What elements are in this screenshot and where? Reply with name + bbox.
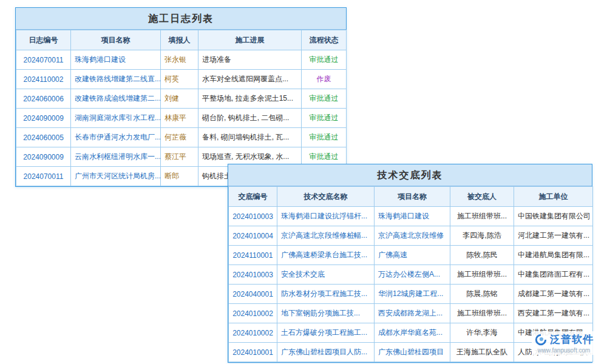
disclosed-person-text: 施工班组带班... (450, 265, 514, 285)
reporter-name: 何芷薇 (161, 128, 198, 147)
disclosed-person-text: 李四海,陈浩 (450, 226, 514, 246)
log-id-link[interactable]: 2024070011 (16, 50, 71, 70)
disclosure-id-link[interactable]: 2024010003 (229, 265, 277, 285)
disclosure-id-link[interactable]: 2024110001 (229, 246, 277, 265)
project-name-link[interactable]: 云南水利枢纽潜明水库一... (71, 147, 161, 167)
progress-text: 进场准备 (198, 50, 302, 70)
reporter-name: 林康平 (161, 109, 198, 128)
construction-log-panel: 施工日志列表 日志编号 项目名称 填报人 施工进展 流程状态 202407001… (15, 7, 347, 187)
col-disclosure-name: 技术交底名称 (277, 187, 375, 207)
table-row: 2024010003珠海鹤港口建设抗浮锚杆...珠海鹤港口建设施工班组带班...… (229, 207, 593, 226)
watermark-brand-row: 泛普软件 (534, 332, 594, 346)
fanpu-logo-icon (534, 333, 548, 346)
table-row: 2024010004京沪高速北京段维修桩幅...京沪高速北京段维修李四海,陈浩河… (229, 226, 593, 246)
project-name-link[interactable]: 广东佛山碧桂园项目 (375, 343, 450, 362)
log-table-header-row: 日志编号 项目名称 填报人 施工进展 流程状态 (16, 30, 347, 50)
construction-unit-text: 河北建工第一建筑有... (514, 226, 593, 246)
construction-unit-text: 西安建工第一建筑有... (514, 304, 593, 323)
disclosure-id-link[interactable]: 2024010003 (229, 207, 277, 226)
disclosed-person-text: 施工班组带班... (450, 304, 514, 323)
project-name-link[interactable]: 广州市天河区统计局机房... (71, 167, 161, 186)
watermark: 泛普软件 www.fanpusoft.com (532, 331, 596, 355)
construction-unit-text: 中国铁建集团有限公司 (514, 207, 593, 226)
reporter-name: 柯英 (161, 70, 198, 89)
brand-name: 泛普软件 (550, 332, 594, 346)
table-row: 2024010003安全技术交底万达办公楼左侧A...施工班组带班...中建集团… (229, 265, 593, 285)
col-construction-unit: 施工单位 (514, 187, 593, 207)
disclosure-name-link[interactable]: 广佛高速桥梁承台施工技... (277, 246, 375, 265)
disclosure-name-link[interactable]: 防水卷材分项工程施工技... (277, 285, 375, 304)
table-row: 2024060006改建铁路成渝线增建第二...刘健平整场地, 拉走多余泥土15… (16, 89, 347, 109)
disclosure-name-link[interactable]: 珠海鹤港口建设抗浮锚杆... (277, 207, 375, 226)
progress-text: 水车对全线遮阳网覆盖点... (198, 70, 302, 89)
reporter-name: 断郎 (161, 167, 198, 186)
log-table-title: 施工日志列表 (16, 8, 346, 30)
reporter-name: 刘健 (161, 89, 198, 109)
disclosure-id-link[interactable]: 2024010004 (229, 226, 277, 246)
disclosure-id-link[interactable]: 2024010001 (229, 343, 277, 362)
disclosed-person-text: 陈牧,陈民 (450, 246, 514, 265)
log-id-link[interactable]: 2024090009 (16, 147, 71, 167)
disclosure-id-link[interactable]: 2024010002 (229, 304, 277, 323)
project-name-link[interactable]: 湖南洞庭湖水库引水工程... (71, 109, 161, 128)
table-row: 2024090009湖南洞庭湖水库引水工程...林康平砌台阶, 钩机排土, 二包… (16, 109, 347, 128)
disclosure-id-link[interactable]: 2024040001 (229, 285, 277, 304)
status-badge: 审批通过 (302, 50, 347, 70)
watermark-url: www.fanpusoft.com (534, 347, 594, 354)
table-row: 2024060005长春市伊通河水力发电厂...何芷薇备料, 砌间墙钩机排土, … (16, 128, 347, 147)
project-name-link[interactable]: 改建铁路线增建第二线直... (71, 70, 161, 89)
col-progress: 施工进展 (198, 30, 302, 50)
col-reporter: 填报人 (161, 30, 198, 50)
disclosure-name-link[interactable]: 安全技术交底 (277, 265, 375, 285)
disclosure-name-link[interactable]: 地下室钢筋分项施工技... (277, 304, 375, 323)
col-status: 流程状态 (302, 30, 347, 50)
col-log-id: 日志编号 (16, 30, 71, 50)
log-id-link[interactable]: 2024110002 (16, 70, 71, 89)
project-name-link[interactable]: 珠海鹤港口建设 (375, 207, 450, 226)
col-disclosed-person: 被交底人 (450, 187, 514, 207)
project-name-link[interactable]: 长春市伊通河水力发电厂... (71, 128, 161, 147)
reporter-name: 蔡江平 (161, 147, 198, 167)
log-id-link[interactable]: 2024070011 (16, 167, 71, 186)
progress-text: 砌台阶, 钩机排土, 二包砌... (198, 109, 302, 128)
disclosure-name-link[interactable]: 京沪高速北京段维修桩幅... (277, 226, 375, 246)
progress-text: 备料, 砌间墙钩机排土, 瓦... (198, 128, 302, 147)
construction-unit-text: 中建港航局集团有限... (514, 246, 593, 265)
disclosure-table-header-row: 交底编号 技术交底名称 项目名称 被交底人 施工单位 (229, 187, 593, 207)
table-row: 2024010002地下室钢筋分项施工技...西安成都路龙湖上...施工班组带班… (229, 304, 593, 323)
disclosed-person-text: 陈晨,陈铭 (450, 285, 514, 304)
disclosed-person-text: 施工班组带班... (450, 207, 514, 226)
disclosure-name-link[interactable]: 广东佛山碧桂园项目人防... (277, 343, 375, 362)
log-id-link[interactable]: 2024060006 (16, 89, 71, 109)
progress-text: 平整场地, 拉走多余泥土15... (198, 89, 302, 109)
disclosed-person-text: 许华,李海 (450, 323, 514, 343)
table-row: 2024040001防水卷材分项工程施工技...华润12城房建工程...陈晨,陈… (229, 285, 593, 304)
log-id-link[interactable]: 2024060005 (16, 128, 71, 147)
project-name-link[interactable]: 西安成都路龙湖上... (375, 304, 450, 323)
table-row: 2024110002改建铁路线增建第二线直...柯英水车对全线遮阳网覆盖点...… (16, 70, 347, 89)
col-project-name: 项目名称 (375, 187, 450, 207)
disclosure-id-link[interactable]: 2024010002 (229, 323, 277, 343)
construction-log-table: 日志编号 项目名称 填报人 施工进展 流程状态 2024070011珠海鹤港口建… (16, 30, 347, 186)
project-name-link[interactable]: 改建铁路成渝线增建第二... (71, 89, 161, 109)
disclosure-table-title: 技术交底列表 (228, 164, 592, 186)
project-name-link[interactable]: 华润12城房建工程... (375, 285, 450, 304)
project-name-link[interactable]: 京沪高速北京段维修 (375, 226, 450, 246)
project-name-link[interactable]: 万达办公楼左侧A... (375, 265, 450, 285)
col-project-name: 项目名称 (71, 30, 161, 50)
status-badge: 作废 (302, 70, 347, 89)
disclosed-person-text: 王海施工队全队 (450, 343, 514, 362)
table-row: 2024110001广佛高速桥梁承台施工技...广佛高速陈牧,陈民中建港航局集团… (229, 246, 593, 265)
status-badge: 审批通过 (302, 128, 347, 147)
project-name-link[interactable]: 珠海鹤港口建设 (71, 50, 161, 70)
status-badge: 审批通过 (302, 89, 347, 109)
reporter-name: 张永银 (161, 50, 198, 70)
project-name-link[interactable]: 广佛高速 (375, 246, 450, 265)
status-badge: 审批通过 (302, 109, 347, 128)
disclosure-name-link[interactable]: 土石方爆破分项工程施工... (277, 323, 375, 343)
construction-unit-text: 中建集团路面工程有... (514, 265, 593, 285)
table-row: 2024070011珠海鹤港口建设张永银进场准备审批通过 (16, 50, 347, 70)
project-name-link[interactable]: 成都水岸华庭名苑... (375, 323, 450, 343)
log-id-link[interactable]: 2024090009 (16, 109, 71, 128)
construction-unit-text: 成都建工第一建筑有... (514, 285, 593, 304)
